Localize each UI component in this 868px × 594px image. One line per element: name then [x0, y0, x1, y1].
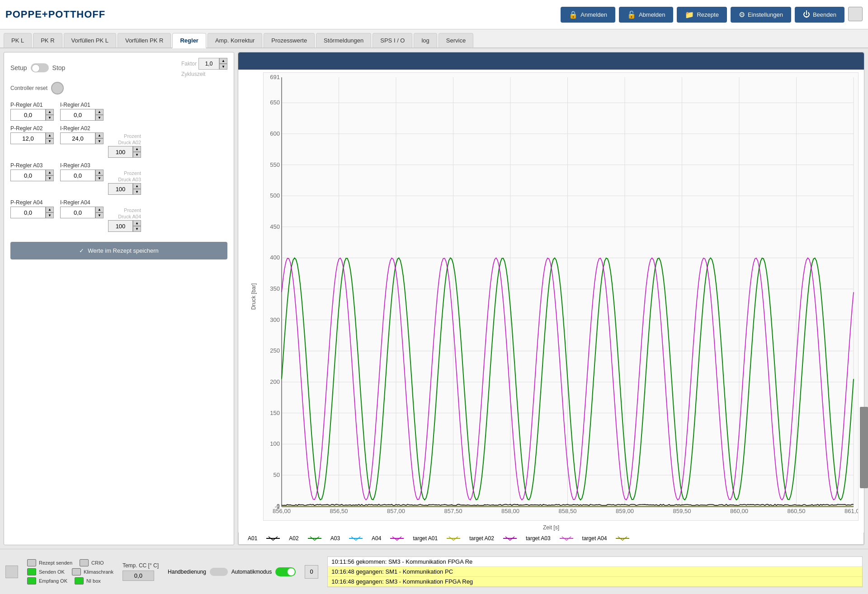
svg-text:150: 150	[270, 410, 280, 416]
tab-vorfuellen-pk-r[interactable]: Vorfüllen PK R	[118, 33, 171, 47]
handbedienung-toggle[interactable]	[210, 568, 228, 576]
p-regler-a03-up[interactable]: ▲	[46, 170, 54, 175]
header-buttons: 🔒 Anmelden 🔓 Abmelden 📁 Rezepte ⚙ Einste…	[561, 7, 863, 23]
prozent-a04-input[interactable]	[108, 220, 133, 232]
prozent-a03-up[interactable]: ▲	[133, 183, 141, 189]
svg-text:857,50: 857,50	[444, 508, 462, 514]
legend-a04-label: A04	[372, 535, 381, 542]
chart-svg: 0501001502002503003504004505005506006506…	[263, 72, 859, 521]
legend-target-a01-line	[447, 535, 460, 542]
legend-a01-line	[266, 535, 280, 542]
empfang-ok-label: Empfang OK	[39, 578, 67, 584]
p-regler-a01-dn[interactable]: ▼	[46, 115, 54, 121]
y-axis-label: Druck [bar]	[250, 283, 257, 310]
p-regler-a04-dn[interactable]: ▼	[46, 212, 54, 218]
faktor-input[interactable]	[198, 58, 219, 70]
i-regler-a02-input[interactable]	[60, 132, 95, 144]
legend-a02-label: A02	[289, 535, 298, 542]
temp-cc-input[interactable]	[123, 570, 154, 581]
p-regler-a02-label: P-Regler A02	[10, 125, 54, 132]
content-area: Setup Stop Faktor ▲ ▼	[0, 48, 868, 549]
extra-button[interactable]	[848, 7, 863, 21]
einstellungen-button[interactable]: ⚙ Einstellungen	[731, 7, 791, 23]
i-regler-a01-label: I-Regler A01	[60, 102, 104, 108]
svg-text:200: 200	[270, 378, 280, 385]
i-regler-a01-up[interactable]: ▲	[95, 109, 104, 115]
tab-amp-korrektur[interactable]: Amp. Korrektur	[208, 33, 262, 47]
faktor-down-btn[interactable]: ▼	[219, 64, 227, 70]
p-regler-a04-label: P-Regler A04	[10, 199, 54, 206]
prozent-a04-dn[interactable]: ▼	[133, 226, 141, 232]
prozent-a04-up[interactable]: ▲	[133, 220, 141, 226]
p-regler-a03-input[interactable]	[10, 170, 46, 181]
svg-text:857,00: 857,00	[387, 508, 405, 514]
tab-pk-l[interactable]: PK L	[4, 33, 32, 47]
tab-sps-io[interactable]: SPS I / O	[373, 33, 412, 47]
p-regler-a01-label: P-Regler A01	[10, 102, 54, 108]
tab-pk-r[interactable]: PK R	[33, 33, 62, 47]
anmelden-button[interactable]: 🔒 Anmelden	[561, 7, 615, 23]
legend-a02-line	[308, 535, 321, 542]
tab-log[interactable]: log	[414, 33, 437, 47]
p-regler-a04-up[interactable]: ▲	[46, 207, 54, 212]
zero-button[interactable]: 0	[305, 565, 318, 579]
legend-a04-line	[390, 535, 404, 542]
prozent-a02-input[interactable]	[108, 146, 133, 158]
i-regler-a01-input[interactable]	[60, 109, 95, 121]
tab-regler[interactable]: Regler	[172, 33, 206, 48]
i-regler-a03-input[interactable]	[60, 170, 95, 181]
tab-prozesswerte[interactable]: Prozesswerte	[264, 33, 315, 47]
status-indicators: Rezept senden CRIO Senden OK Klimaschran…	[27, 559, 113, 585]
tab-vorfuellen-pk-l[interactable]: Vorfüllen PK L	[64, 33, 116, 47]
prozent-a03-input[interactable]	[108, 183, 133, 195]
svg-text:691: 691	[270, 74, 280, 80]
stop-label: Stop	[52, 64, 66, 71]
p-regler-a02-up[interactable]: ▲	[46, 132, 54, 138]
p-regler-a04-input[interactable]	[10, 207, 46, 218]
tab-service[interactable]: Service	[439, 33, 473, 47]
automatikmodus-toggle[interactable]	[275, 567, 296, 576]
i-regler-a02-dn[interactable]: ▼	[95, 138, 104, 144]
rezept-senden-label: Rezept senden	[39, 560, 72, 566]
tab-stoermeldungen[interactable]: Störmeldungen	[316, 33, 371, 47]
legend-a03-line	[349, 535, 363, 542]
i-regler-a04-input[interactable]	[60, 207, 95, 218]
i-regler-a03-label: I-Regler A03	[60, 162, 104, 169]
svg-text:300: 300	[270, 316, 280, 323]
rezepte-button[interactable]: 📁 Rezepte	[677, 7, 726, 23]
i-regler-a01-dn[interactable]: ▼	[95, 115, 104, 121]
i-regler-a04-dn[interactable]: ▼	[95, 212, 104, 218]
p-regler-a02-input[interactable]	[10, 132, 46, 144]
prozent-a03-dn[interactable]: ▼	[133, 189, 141, 195]
faktor-up-btn[interactable]: ▲	[219, 58, 227, 64]
status-bar: Rezept senden CRIO Senden OK Klimaschran…	[0, 549, 868, 594]
i-regler-a03-dn[interactable]: ▼	[95, 175, 104, 181]
save-button[interactable]: ✓ Werte im Rezept speichern	[10, 242, 227, 259]
i-regler-a02-up[interactable]: ▲	[95, 132, 104, 138]
p-regler-a01-input[interactable]	[10, 109, 46, 121]
p-regler-a03-dn[interactable]: ▼	[46, 175, 54, 181]
regler-row-a01: P-Regler A01 ▲ ▼ I-Regler A01 ▲	[10, 102, 227, 121]
unlock-icon: 🔓	[627, 10, 636, 19]
abmelden-button[interactable]: 🔓 Abmelden	[619, 7, 674, 23]
svg-text:550: 550	[270, 161, 280, 168]
scrollbar[interactable]	[860, 407, 868, 488]
left-panel: Setup Stop Faktor ▲ ▼	[4, 52, 234, 545]
p-regler-a01-up[interactable]: ▲	[46, 109, 54, 115]
svg-text:858,50: 858,50	[559, 508, 577, 514]
i-regler-a04-up[interactable]: ▲	[95, 207, 104, 212]
controller-reset-toggle[interactable]	[51, 82, 64, 94]
prozent-druck-a04-label: Prozent	[124, 207, 141, 213]
prozent-a02-dn[interactable]: ▼	[133, 152, 141, 158]
faktor-label: Faktor	[181, 61, 197, 67]
crio-led	[80, 559, 89, 566]
prozent-a02-up[interactable]: ▲	[133, 146, 141, 152]
prozent-druck-a03-label: Prozent	[124, 170, 141, 176]
ni-box-label: NI box	[86, 578, 101, 584]
setup-stop-toggle[interactable]	[31, 63, 49, 72]
i-regler-a03-up[interactable]: ▲	[95, 170, 104, 175]
svg-text:600: 600	[270, 130, 280, 137]
automatikmodus-label: Automatikmodus	[231, 569, 272, 575]
beenden-button[interactable]: ⏻ Beenden	[795, 7, 844, 23]
p-regler-a02-dn[interactable]: ▼	[46, 138, 54, 144]
